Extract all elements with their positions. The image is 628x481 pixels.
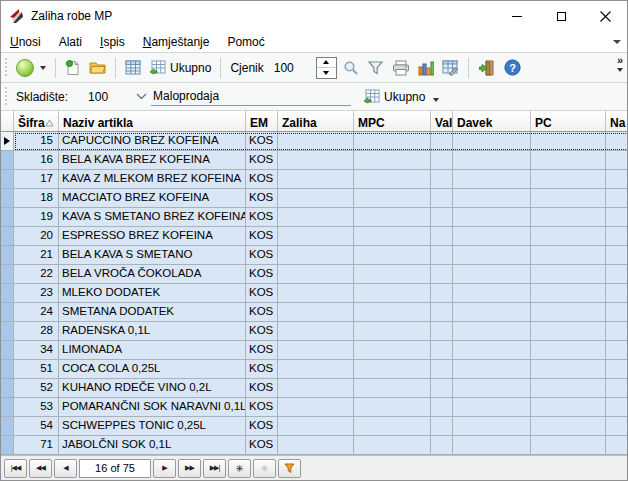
- row-indicator[interactable]: [1, 132, 14, 151]
- grid-cell-na[interactable]: [606, 132, 628, 151]
- grid-cell-na[interactable]: [606, 284, 628, 303]
- spin-up-icon[interactable]: [317, 58, 336, 68]
- grid-cell-naziv[interactable]: KUHANO RDEČE VINO 0,2L: [59, 379, 246, 398]
- grid-cell-na[interactable]: [606, 246, 628, 265]
- menu-item-namjestanje[interactable]: Namještanje: [134, 33, 219, 51]
- grid-cell-pc[interactable]: [531, 379, 606, 398]
- maximize-button[interactable]: [539, 1, 583, 31]
- grid-cell-mpc[interactable]: [354, 208, 431, 227]
- ukupno-warehouse-button[interactable]: Ukupno: [359, 86, 429, 108]
- grid-cell-em[interactable]: KOS: [246, 303, 278, 322]
- grid-cell-pc[interactable]: [531, 417, 606, 436]
- grid-cell-em[interactable]: KOS: [246, 398, 278, 417]
- table-row[interactable]: 15CAPUCCINO BREZ KOFEINAKOS: [1, 132, 628, 151]
- nav-filter-button[interactable]: [278, 459, 301, 478]
- refresh-button[interactable]: [12, 56, 50, 80]
- calculate-button[interactable]: [121, 57, 145, 78]
- grid-cell-mpc[interactable]: [354, 436, 431, 455]
- nav-prior-button[interactable]: ◀: [54, 459, 77, 478]
- grid-cell-em[interactable]: KOS: [246, 189, 278, 208]
- grid-cell-davek[interactable]: [453, 246, 531, 265]
- grid-cell-na[interactable]: [606, 151, 628, 170]
- grid-cell-em[interactable]: KOS: [246, 227, 278, 246]
- row-indicator[interactable]: [1, 322, 14, 341]
- grid-cell-naziv[interactable]: LIMONADA: [59, 341, 246, 360]
- search-button[interactable]: [339, 57, 363, 79]
- row-indicator[interactable]: [1, 436, 14, 455]
- table-row[interactable]: 34LIMONADAKOS: [1, 341, 628, 360]
- grid-cell-davek[interactable]: [453, 379, 531, 398]
- grid-cell-davek[interactable]: [453, 208, 531, 227]
- table-row[interactable]: 53POMARANČNI SOK NARAVNI 0,1LKOS: [1, 398, 628, 417]
- grid-cell-davek[interactable]: [453, 303, 531, 322]
- grid-cell-mpc[interactable]: [354, 379, 431, 398]
- grid-cell-na[interactable]: [606, 379, 628, 398]
- grid-cell-na[interactable]: [606, 417, 628, 436]
- toolbar-overflow[interactable]: »: [617, 55, 623, 72]
- grid-cell-em[interactable]: KOS: [246, 379, 278, 398]
- grid-cell-davek[interactable]: [453, 132, 531, 151]
- filter-button[interactable]: [363, 57, 388, 79]
- grid-cell-mpc[interactable]: [354, 303, 431, 322]
- menu-item-ispis[interactable]: Ispis: [91, 33, 134, 51]
- close-button[interactable]: [583, 1, 627, 31]
- grid-cell-val[interactable]: [431, 322, 453, 341]
- grid-cell-na[interactable]: [606, 227, 628, 246]
- grid-cell-davek[interactable]: [453, 151, 531, 170]
- grid-cell-na[interactable]: [606, 170, 628, 189]
- grid-cell-em[interactable]: KOS: [246, 246, 278, 265]
- grid-cell-em[interactable]: KOS: [246, 265, 278, 284]
- grid-cell-naziv[interactable]: BELA KAVA BREZ KOFEINA: [59, 151, 246, 170]
- grid-cell-davek[interactable]: [453, 227, 531, 246]
- grid-cell-mpc[interactable]: [354, 227, 431, 246]
- grid-cell-val[interactable]: [431, 132, 453, 151]
- grid-cell-pc[interactable]: [531, 208, 606, 227]
- grid-cell-pc[interactable]: [531, 284, 606, 303]
- grid-cell-pc[interactable]: [531, 170, 606, 189]
- grid-cell-davek[interactable]: [453, 436, 531, 455]
- grid-cell-em[interactable]: KOS: [246, 360, 278, 379]
- grid-cell-zaliha[interactable]: [278, 417, 354, 436]
- grid-cell-em[interactable]: KOS: [246, 322, 278, 341]
- table-row[interactable]: 18MACCIATO BREZ KOFEINAKOS: [1, 189, 628, 208]
- grid-cell-na[interactable]: [606, 398, 628, 417]
- ukupno-toolbar-button[interactable]: Ukupno: [145, 57, 215, 79]
- grid-cell-zaliha[interactable]: [278, 379, 354, 398]
- grid-cell-val[interactable]: [431, 417, 453, 436]
- column-header-davek[interactable]: Davek: [453, 111, 531, 131]
- grid-cell-pc[interactable]: [531, 360, 606, 379]
- grid-cell-davek[interactable]: [453, 417, 531, 436]
- row-indicator[interactable]: [1, 360, 14, 379]
- grid-cell-zaliha[interactable]: [278, 284, 354, 303]
- grid-cell-mpc[interactable]: [354, 265, 431, 284]
- column-header-mpc[interactable]: MPC: [354, 111, 431, 131]
- grid-cell-mpc[interactable]: [354, 170, 431, 189]
- grid-settings-button[interactable]: [438, 57, 463, 79]
- cjenik-spinner[interactable]: [316, 57, 337, 79]
- grid-cell-davek[interactable]: [453, 189, 531, 208]
- row-indicator[interactable]: [1, 398, 14, 417]
- column-header-pc[interactable]: PC: [531, 111, 606, 131]
- grid-cell-naziv[interactable]: SMETANA DODATEK: [59, 303, 246, 322]
- open-folder-button[interactable]: [85, 57, 110, 78]
- table-row[interactable]: 22BELA VROČA ČOKOLADAKOS: [1, 265, 628, 284]
- grid-cell-naziv[interactable]: SCHWEPPES TONIC 0,25L: [59, 417, 246, 436]
- table-row[interactable]: 28RADENSKA 0,1LKOS: [1, 322, 628, 341]
- grid-cell-zaliha[interactable]: [278, 265, 354, 284]
- grid-cell-pc[interactable]: [531, 436, 606, 455]
- grid-cell-zaliha[interactable]: [278, 303, 354, 322]
- grid-cell-naziv[interactable]: CAPUCCINO BREZ KOFEINA: [59, 132, 246, 151]
- row-indicator[interactable]: [1, 303, 14, 322]
- row-indicator[interactable]: [1, 189, 14, 208]
- grid-cell-em[interactable]: KOS: [246, 208, 278, 227]
- grid-cell-em[interactable]: KOS: [246, 341, 278, 360]
- grid-cell-sifra[interactable]: 34: [14, 341, 59, 360]
- grid-cell-naziv[interactable]: BELA VROČA ČOKOLADA: [59, 265, 246, 284]
- table-row[interactable]: 71JABOLČNI SOK 0,1LKOS: [1, 436, 628, 455]
- print-button[interactable]: [388, 57, 414, 79]
- menu-item-pomoc[interactable]: Pomoć: [218, 33, 273, 51]
- grid-cell-sifra[interactable]: 16: [14, 151, 59, 170]
- table-row[interactable]: 17KAVA Z MLEKOM BREZ KOFEINAKOS: [1, 170, 628, 189]
- grid-cell-val[interactable]: [431, 151, 453, 170]
- grid-cell-mpc[interactable]: [354, 398, 431, 417]
